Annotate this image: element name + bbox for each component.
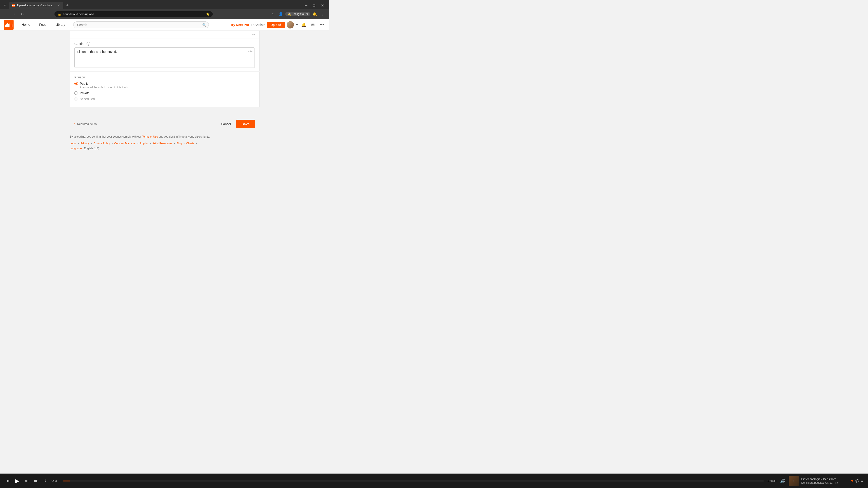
tab-dropdown-btn[interactable]: ▼ [2, 2, 8, 8]
window-controls: ─ □ ✕ [304, 3, 327, 8]
back-btn[interactable]: ← [3, 11, 9, 17]
forward-btn[interactable]: → [11, 11, 17, 17]
privacy-scheduled-label: Scheduled [80, 97, 95, 101]
caption-help-icon[interactable]: ? [87, 42, 90, 46]
close-btn[interactable]: ✕ [320, 3, 324, 8]
address-bar[interactable]: 🔒 soundcloud.com/upload ⭐ [55, 11, 213, 17]
privacy-scheduled-row: Scheduled [74, 97, 255, 101]
privacy-public-row: Public [74, 82, 255, 86]
tab-group: ▼ ▶◼ Upload your music & audio an... ✕ + [2, 2, 70, 9]
tab-title: Upload your music & audio an... [17, 4, 55, 7]
char-count: 112 [248, 49, 252, 53]
nav-library[interactable]: Library [51, 19, 70, 31]
sc-logo-bars [5, 23, 12, 27]
soundcloud-navbar: Home Feed Library 🔍 Try Next Pro For Art… [0, 19, 329, 31]
minimize-btn[interactable]: ─ [304, 3, 308, 8]
footer-consent-link[interactable]: Consent Manager [114, 142, 135, 145]
sc-search-bar: 🔍 [73, 22, 209, 28]
sc-logo-icon [4, 20, 13, 30]
more-options-icon[interactable]: ••• [318, 21, 326, 29]
browser-chrome: ▼ ▶◼ Upload your music & audio an... ✕ +… [0, 0, 329, 19]
required-fields-label: Required fields [77, 122, 97, 126]
bookmark-icon[interactable]: ☆ [269, 10, 276, 18]
caption-section: Caption ? Listen to this and be moved. 1… [70, 38, 259, 71]
incognito-badge[interactable]: 🕵 Incognito (2) [285, 12, 310, 16]
footer-artist-resources-link[interactable]: Artist Resources [152, 142, 172, 145]
privacy-private-label[interactable]: Private [80, 91, 90, 95]
notifications-bell-icon[interactable]: 🔔 [300, 21, 307, 29]
footer-cookie-policy-link[interactable]: Cookie Policy [94, 142, 110, 145]
terms-of-use-link[interactable]: Terms of Use [142, 135, 158, 138]
caption-label-text: Caption [74, 42, 85, 46]
privacy-private-radio[interactable] [74, 91, 78, 95]
reload-btn[interactable]: ↻ [19, 11, 25, 17]
caption-label: Caption ? [70, 38, 259, 46]
privacy-option-scheduled: Scheduled [74, 97, 255, 101]
sc-logo[interactable] [4, 20, 13, 30]
sc-bar-7 [12, 24, 12, 27]
page-footer: By uploading, you confirm that your soun… [70, 132, 259, 153]
messages-icon[interactable]: ✉ [309, 21, 316, 29]
footer-legal-link[interactable]: Legal [70, 142, 76, 145]
save-button[interactable]: Save [236, 120, 255, 128]
required-asterisk: * [74, 122, 75, 126]
edit-icon[interactable]: ✏ [251, 31, 256, 37]
menu-icon[interactable]: ⋮ [319, 10, 327, 18]
avatar[interactable] [287, 21, 294, 29]
url-text: soundcloud.com/upload [63, 12, 204, 16]
nav-home[interactable]: Home [17, 19, 35, 31]
privacy-label: Privacy: [74, 75, 255, 79]
search-input[interactable] [73, 22, 209, 28]
footer-imprint-link[interactable]: Imprint [140, 142, 149, 145]
upload-button[interactable]: Upload [267, 22, 285, 28]
privacy-public-description: Anyone will be able to listen to this tr… [80, 86, 255, 89]
sc-bar-3 [7, 23, 8, 27]
footer-links-row: Legal - Privacy - Cookie Policy - Consen… [70, 141, 259, 146]
sc-bar-4 [8, 24, 9, 27]
form-container: ✏ Caption ? Listen to this and be moved.… [65, 31, 264, 153]
sc-bar-6 [11, 25, 11, 27]
caption-textarea-wrapper: Listen to this and be moved. 112 [74, 47, 255, 68]
sc-nav-links: Home Feed Library [17, 19, 70, 31]
sc-right-nav: Try Next Pro For Artists Upload ▼ 🔔 ✉ ••… [230, 21, 326, 29]
avatar-image [287, 21, 294, 29]
privacy-private-row: Private [74, 91, 255, 95]
avatar-dropdown-icon[interactable]: ▼ [296, 23, 298, 26]
notifications-icon[interactable]: 🔔 [311, 10, 318, 18]
footer-upload-notice: By uploading, you confirm that your soun… [70, 134, 259, 139]
top-partial-section: ✏ [70, 31, 259, 38]
main-content: ✏ Caption ? Listen to this and be moved.… [0, 31, 329, 187]
tab-close-btn[interactable]: ✕ [57, 4, 61, 7]
new-tab-btn[interactable]: + [64, 2, 70, 8]
sc-bar-1 [5, 25, 6, 27]
privacy-public-label[interactable]: Public [80, 82, 88, 86]
privacy-option-private: Private [74, 91, 255, 95]
footer-blog-link[interactable]: Blog [177, 142, 182, 145]
footer-privacy-link[interactable]: Privacy [81, 142, 89, 145]
privacy-scheduled-radio[interactable] [74, 97, 78, 101]
privacy-option-public: Public Anyone will be able to listen to … [74, 82, 255, 89]
cancel-button[interactable]: Cancel [218, 121, 234, 128]
footer-charts-link[interactable]: Charts [186, 142, 194, 145]
search-icon: 🔍 [202, 23, 206, 27]
footer-language-line: Language : English (US) [70, 147, 259, 150]
tab-bar: ▼ ▶◼ Upload your music & audio an... ✕ +… [0, 0, 329, 9]
caption-textarea[interactable]: Listen to this and be moved. [74, 47, 255, 68]
profile-icon[interactable]: 👤 [277, 10, 284, 18]
sc-bar-2 [6, 24, 7, 27]
for-artists-link[interactable]: For Artists [251, 23, 265, 27]
nav-feed[interactable]: Feed [35, 19, 51, 31]
spacer [70, 107, 259, 116]
action-row: * Required fields Cancel Save [70, 116, 259, 132]
tab-favicon-icon: ▶◼ [12, 4, 16, 7]
privacy-section: Privacy: Public Anyone will be able to l… [70, 72, 259, 107]
try-next-pro-link[interactable]: Try Next Pro [230, 23, 249, 27]
action-buttons: Cancel Save [218, 120, 255, 128]
maximize-btn[interactable]: □ [312, 3, 316, 8]
sc-bar-5 [9, 24, 10, 27]
address-bar-row: ← → ↻ 🔒 soundcloud.com/upload ⭐ ☆ 👤 🕵 In… [0, 9, 329, 19]
privacy-public-radio[interactable] [74, 82, 78, 86]
footer-language-link[interactable]: Language [70, 147, 82, 150]
browser-right-icons: ☆ 👤 🕵 Incognito (2) 🔔 ⋮ [269, 10, 327, 18]
active-tab[interactable]: ▶◼ Upload your music & audio an... ✕ [9, 2, 63, 9]
